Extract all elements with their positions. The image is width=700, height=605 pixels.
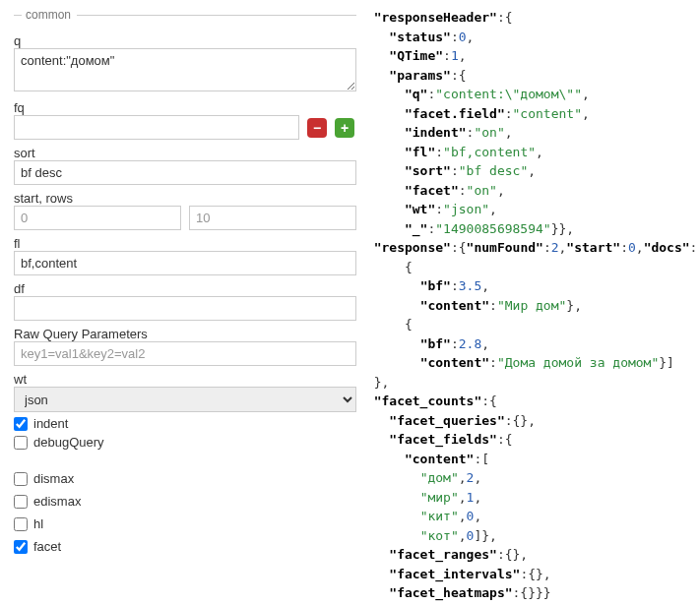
checkbox-indent[interactable] — [14, 417, 28, 431]
common-fieldset: common q fq − + sort start, rows fl df R… — [14, 8, 356, 450]
form-panel: common q fq − + sort start, rows fl df R… — [0, 0, 354, 605]
legend-common: common — [22, 8, 77, 22]
select-wt[interactable]: json — [14, 387, 356, 412]
input-raw[interactable] — [14, 341, 356, 366]
label-startrows: start, rows — [14, 191, 356, 206]
input-fl[interactable] — [14, 251, 356, 275]
label-debugquery: debugQuery — [33, 435, 104, 450]
response-panel: "responseHeader":{ "status":0, "QTime":1… — [354, 0, 700, 605]
label-sort: sort — [14, 146, 356, 160]
checkbox-edismax[interactable] — [14, 495, 28, 509]
add-fq-button[interactable]: + — [335, 118, 354, 138]
label-df: df — [14, 281, 356, 296]
label-facet: facet — [33, 539, 61, 554]
label-q: q — [14, 33, 356, 48]
checkbox-dismax[interactable] — [14, 472, 28, 486]
label-dismax: dismax — [33, 471, 74, 486]
checkbox-debugquery[interactable] — [14, 436, 28, 450]
label-fl: fl — [14, 236, 356, 251]
label-edismax: edismax — [33, 494, 81, 509]
remove-fq-button[interactable]: − — [307, 118, 327, 138]
label-hl: hl — [33, 516, 43, 531]
input-sort[interactable] — [14, 160, 356, 185]
label-wt: wt — [14, 372, 356, 387]
input-rows[interactable] — [189, 206, 356, 230]
label-fq: fq — [14, 100, 356, 115]
label-raw: Raw Query Parameters — [14, 327, 356, 341]
checkbox-facet[interactable] — [14, 540, 28, 554]
input-q[interactable] — [14, 48, 356, 91]
input-start[interactable] — [14, 206, 181, 230]
label-indent: indent — [33, 416, 68, 431]
input-fq[interactable] — [14, 115, 299, 140]
input-df[interactable] — [14, 296, 356, 321]
checkbox-hl[interactable] — [14, 517, 28, 531]
